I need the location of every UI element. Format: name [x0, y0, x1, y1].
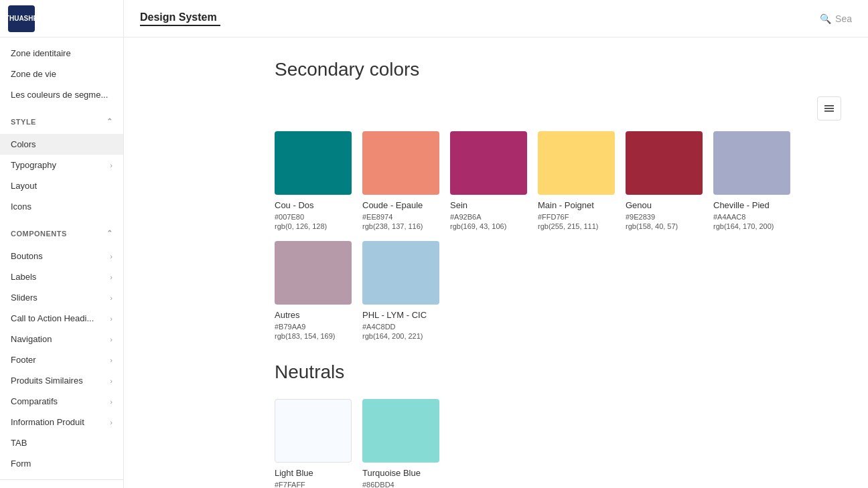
sidebar-item-labels[interactable]: Labels ›	[0, 266, 123, 287]
sidebar-item-typography[interactable]: Typography ›	[0, 155, 123, 175]
sidebar-item-tab[interactable]: TAB	[0, 432, 123, 453]
color-card: PHL - LYM - CIC #A4C8DD rgb(164, 200, 22…	[362, 241, 439, 340]
color-card: Autres #B79AA9 rgb(183, 154, 169)	[275, 241, 352, 340]
sidebar-item-couleurs[interactable]: Les couleurs de segme...	[0, 84, 123, 105]
color-swatch	[450, 131, 527, 195]
color-name: Sein	[450, 200, 527, 210]
neutral-color-card: Turquoise Blue #86DBD4 rgb(134, 219, 212…	[362, 399, 439, 488]
color-swatch	[713, 131, 790, 195]
style-section-label[interactable]: STYLE ⌃	[0, 110, 123, 129]
sidebar-item-colors[interactable]: Colors	[0, 134, 123, 155]
info-chevron-icon: ›	[110, 418, 113, 426]
neutrals-grid: Light Blue #F7FAFF rgb(247, 250, 255) Tu…	[275, 399, 841, 488]
color-swatch	[362, 241, 439, 305]
footer-chevron-icon: ›	[110, 356, 113, 364]
neutral-color-card: Light Blue #F7FAFF rgb(247, 250, 255)	[275, 399, 352, 488]
produits-chevron-icon: ›	[110, 377, 113, 385]
sidebar-item-produits[interactable]: Produits Similaires ›	[0, 370, 123, 391]
color-name: Genou	[626, 200, 703, 210]
sidebar: THUASHE Zone identitaire Zone de vie Les…	[0, 0, 124, 488]
sidebar-item-boutons[interactable]: Boutons ›	[0, 246, 123, 266]
sidebar-item-cta[interactable]: Call to Action Headi... ›	[0, 308, 123, 329]
svg-rect-2	[824, 110, 834, 112]
topbar-title: Design System	[140, 11, 217, 23]
section-controls	[275, 96, 841, 120]
color-name: Main - Poignet	[538, 200, 615, 210]
sidebar-footer: Styleguide created with z zeroheight	[0, 479, 123, 488]
components-section-items: Boutons › Labels › Sliders › Call to Act…	[0, 240, 123, 479]
style-section-items: Colors Typography › Layout Icons	[0, 129, 123, 222]
search-icon: 🔍	[820, 13, 831, 24]
sidebar-item-comparatifs[interactable]: Comparatifs ›	[0, 391, 123, 412]
color-swatch	[275, 131, 352, 195]
color-name: Cheville - Pied	[713, 200, 790, 210]
color-hex: #B79AA9	[275, 323, 352, 331]
components-section-label[interactable]: COMPONENTS ⌃	[0, 222, 123, 240]
color-rgb: rgb(183, 154, 169)	[275, 332, 352, 340]
sidebar-top-items: Zone identitaire Zone de vie Les couleur…	[0, 37, 123, 110]
sliders-chevron-icon: ›	[110, 294, 113, 302]
color-hex: #007E80	[275, 213, 352, 221]
color-hex: #FFD76F	[538, 213, 615, 221]
color-card: Coude - Epaule #EE8974 rgb(238, 137, 116…	[362, 131, 439, 230]
color-name: Light Blue	[275, 468, 352, 478]
sidebar-item-sliders[interactable]: Sliders ›	[0, 287, 123, 308]
color-card: Genou #9E2839 rgb(158, 40, 57)	[626, 131, 703, 230]
main-content: Secondary colors Cou - Dos #007E80 rgb(0…	[248, 37, 868, 488]
sidebar-logo: THUASHE	[0, 0, 123, 37]
color-hex: #EE8974	[362, 213, 439, 221]
svg-rect-1	[824, 108, 834, 109]
sidebar-item-zone-identitaire[interactable]: Zone identitaire	[0, 43, 123, 64]
color-card: Main - Poignet #FFD76F rgb(255, 215, 111…	[538, 131, 615, 230]
sidebar-item-info-produit[interactable]: Information Produit ›	[0, 412, 123, 432]
topbar-underline	[140, 25, 220, 26]
search-placeholder: Sea	[835, 13, 852, 24]
color-rgb: rgb(169, 43, 106)	[450, 222, 527, 230]
color-hex: #A4AAC8	[713, 213, 790, 221]
sidebar-item-form[interactable]: Form	[0, 453, 123, 474]
navigation-chevron-icon: ›	[110, 335, 113, 343]
color-swatch	[362, 131, 439, 195]
style-chevron-icon: ⌃	[106, 117, 113, 126]
components-chevron-icon: ⌃	[106, 229, 113, 238]
sidebar-item-navigation[interactable]: Navigation ›	[0, 329, 123, 349]
comparatifs-chevron-icon: ›	[110, 398, 113, 406]
topbar-right: 🔍 Sea	[820, 13, 852, 24]
color-hex: #86DBD4	[362, 481, 439, 488]
color-name: PHL - LYM - CIC	[362, 310, 439, 320]
color-name: Autres	[275, 310, 352, 320]
color-rgb: rgb(164, 200, 221)	[362, 332, 439, 340]
color-name: Coude - Epaule	[362, 200, 439, 210]
color-swatch	[626, 131, 703, 195]
neutrals-title: Neutrals	[275, 361, 841, 383]
color-swatch	[275, 399, 352, 463]
boutons-chevron-icon: ›	[110, 252, 113, 260]
color-swatch	[275, 241, 352, 305]
sidebar-item-icons[interactable]: Icons	[0, 196, 123, 217]
list-view-button[interactable]	[817, 96, 841, 120]
labels-chevron-icon: ›	[110, 273, 113, 281]
search-area[interactable]: 🔍 Sea	[820, 13, 852, 24]
color-rgb: rgb(0, 126, 128)	[275, 222, 352, 230]
color-card: Sein #A92B6A rgb(169, 43, 106)	[450, 131, 527, 230]
sidebar-item-layout[interactable]: Layout	[0, 175, 123, 196]
color-rgb: rgb(158, 40, 57)	[626, 222, 703, 230]
color-swatch	[362, 399, 439, 463]
color-name: Cou - Dos	[275, 200, 352, 210]
sidebar-item-footer[interactable]: Footer ›	[0, 349, 123, 370]
logo-icon: THUASHE	[8, 5, 35, 32]
secondary-colors-title: Secondary colors	[275, 59, 841, 80]
color-hex: #F7FAFF	[275, 481, 352, 488]
color-card: Cou - Dos #007E80 rgb(0, 126, 128)	[275, 131, 352, 230]
color-rgb: rgb(255, 215, 111)	[538, 222, 615, 230]
topbar-title-wrap: Design System	[140, 11, 217, 26]
sidebar-item-zone-vie[interactable]: Zone de vie	[0, 64, 123, 84]
color-name: Turquoise Blue	[362, 468, 439, 478]
typography-chevron-icon: ›	[110, 161, 113, 169]
color-hex: #A4C8DD	[362, 323, 439, 331]
color-hex: #A92B6A	[450, 213, 527, 221]
color-rgb: rgb(238, 137, 116)	[362, 222, 439, 230]
cta-chevron-icon: ›	[110, 315, 113, 323]
topbar: Design System 🔍 Sea	[124, 0, 868, 37]
color-swatch	[538, 131, 615, 195]
